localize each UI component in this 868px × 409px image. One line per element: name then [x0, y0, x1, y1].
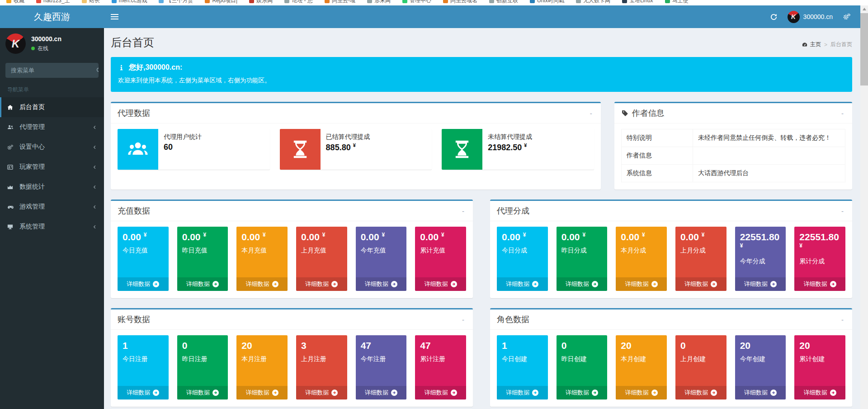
scrollbar-thumb[interactable]	[860, 13, 868, 86]
chevron-left-icon	[92, 224, 97, 229]
collapse-button[interactable]: -	[840, 110, 845, 117]
menu-search-button[interactable]	[96, 63, 99, 78]
bookmark-item[interactable]: 站长	[82, 0, 100, 5]
detail-link[interactable]: 详细数据	[415, 386, 466, 399]
bookmark-item[interactable]: 阿里云域名	[443, 0, 477, 5]
bookmark-label: 【三个方贵	[166, 0, 193, 5]
detail-link[interactable]: 详细数据	[735, 386, 786, 399]
detail-link[interactable]: 详细数据	[177, 386, 228, 399]
detail-link[interactable]: 详细数据	[794, 386, 845, 399]
bookmark-item[interactable]: Repo项目|	[205, 0, 237, 5]
sidebar-item-home[interactable]: 后台首页	[0, 97, 104, 117]
bookmark-item[interactable]: 管理中心	[402, 0, 431, 5]
settings-button[interactable]	[843, 13, 851, 21]
detail-link[interactable]: 详细数据	[735, 277, 786, 291]
bookmark-item[interactable]: 形末网	[367, 0, 391, 5]
bookmark-item[interactable]: 宝塔Linux	[622, 0, 653, 5]
breadcrumb-separator: >	[824, 42, 827, 48]
stat-box: 1今日创建详细数据	[497, 335, 548, 399]
bookmark-item[interactable]: 【三个方贵	[159, 0, 193, 5]
browser-scrollbar[interactable]	[860, 5, 868, 409]
detail-link[interactable]: 详细数据	[557, 277, 608, 291]
panel-title: 角色数据	[497, 314, 529, 325]
bookmark-item[interactable]: 无人数卡网	[576, 0, 610, 5]
detail-link-label: 详细数据	[506, 389, 529, 397]
panel-title: 代理数据	[118, 108, 150, 119]
bookmark-item[interactable]: 阿里云-域	[325, 0, 355, 5]
detail-link[interactable]: 详细数据	[497, 386, 548, 399]
gears-icon	[843, 13, 851, 21]
detail-link-label: 详细数据	[804, 389, 827, 397]
detail-link[interactable]: 详细数据	[675, 277, 726, 291]
user-menu-button[interactable]: K 300000.cn	[788, 11, 833, 23]
arrow-circle-right-icon	[451, 390, 457, 396]
refresh-button[interactable]	[770, 13, 778, 21]
detail-link[interactable]: 详细数据	[616, 386, 667, 399]
sidebar-item-id-card[interactable]: 玩家管理	[0, 157, 104, 177]
sidebar-item-gamepad[interactable]: 游戏管理	[0, 197, 104, 217]
sidebar-toggle-button[interactable]	[104, 5, 125, 28]
desktop-icon	[7, 224, 18, 230]
detail-link[interactable]: 详细数据	[118, 386, 169, 399]
stat-label: 本月创建	[621, 355, 662, 363]
favicon-icon	[82, 0, 87, 3]
detail-link[interactable]: 详细数据	[356, 277, 407, 291]
brand-logo[interactable]: 久趣西游	[0, 5, 104, 28]
bookmark-item[interactable]: 论坛 - 您	[284, 0, 313, 5]
main-content: 后台首页 主页 > 后台首页 您好,300000.cn: 欢迎来到使用本系统，左…	[104, 28, 868, 409]
detail-link[interactable]: 详细数据	[616, 277, 667, 291]
user-status[interactable]: 在线	[31, 45, 61, 52]
bookmark-item[interactable]: 收藏	[6, 0, 24, 5]
bookmark-item[interactable]: Unix时间戳	[530, 0, 564, 5]
collapse-button[interactable]: -	[840, 208, 845, 214]
author-info-table: 特别说明 未经作者同意禁止任何倒卖、转载，违者必究！ 作者信息 系统信息 大话西…	[621, 129, 845, 182]
panel-author-info: 作者信息 - 特别说明 未经作者同意禁止任何倒卖、转载，违者必究！ 作者信息	[614, 102, 852, 190]
collapse-button[interactable]: -	[588, 110, 594, 117]
bookmark-item[interactable]: 创新互联	[489, 0, 518, 5]
detail-link[interactable]: 详细数据	[296, 386, 347, 399]
arrow-circle-right-icon	[212, 390, 219, 396]
detail-link[interactable]: 详细数据	[296, 277, 347, 291]
stat-value: 1	[502, 340, 543, 351]
favicon-icon	[530, 0, 535, 3]
info-icon	[118, 64, 125, 71]
detail-link[interactable]: 详细数据	[675, 386, 726, 399]
breadcrumb-home-link[interactable]: 主页	[802, 41, 821, 48]
detail-link[interactable]: 详细数据	[118, 277, 169, 291]
sidebar-item-label: 代理管理	[18, 123, 92, 131]
detail-link[interactable]: 详细数据	[497, 277, 548, 291]
collapse-button[interactable]: -	[840, 316, 845, 323]
detail-link[interactable]: 详细数据	[557, 386, 608, 399]
sidebar-item-users[interactable]: 代理管理	[0, 117, 104, 137]
sidebar-item-desktop[interactable]: 系统管理	[0, 217, 104, 237]
stat-value: 47	[420, 340, 461, 351]
bookmark-item[interactable]: 马上使	[665, 0, 689, 5]
online-status-icon	[31, 47, 35, 50]
arrow-circle-right-icon	[532, 390, 538, 396]
collapse-button[interactable]: -	[460, 316, 466, 323]
sidebar-username: 300000.cn	[31, 35, 61, 43]
detail-link[interactable]: 详细数据	[236, 386, 288, 399]
status-label: 在线	[38, 45, 48, 52]
bookmark-item[interactable]: 娱乐网	[249, 0, 273, 5]
stat-label: 上月创建	[680, 355, 722, 363]
bookmark-item[interactable]: hao123_上	[36, 0, 70, 5]
menu-search-input[interactable]	[5, 63, 96, 78]
favicon-icon	[284, 0, 289, 3]
detail-link[interactable]: 详细数据	[415, 277, 466, 291]
detail-link[interactable]: 详细数据	[236, 277, 288, 291]
detail-link[interactable]: 详细数据	[794, 277, 845, 291]
stat-value: 1	[123, 340, 164, 351]
panel-agent-data: 代理数据 - 代理用户统计60已结算代理提成885.80 ¥未结算代理提成219…	[111, 102, 601, 190]
row-key: 作者信息	[621, 147, 693, 165]
scrollbar-up-arrow[interactable]	[860, 5, 868, 13]
sidebar-item-cogs[interactable]: 设置中心	[0, 137, 104, 157]
detail-link[interactable]: 详细数据	[177, 277, 228, 291]
detail-link[interactable]: 详细数据	[356, 386, 407, 399]
arrow-circle-right-icon	[651, 390, 658, 396]
collapse-button[interactable]: -	[460, 208, 466, 214]
bookmark-item[interactable]: meh.cc游戏	[112, 0, 147, 5]
arrow-circle-right-icon	[391, 390, 397, 396]
stat-box: 0昨日创建详细数据	[557, 335, 608, 399]
sidebar-item-chart[interactable]: 数据统计	[0, 177, 104, 197]
